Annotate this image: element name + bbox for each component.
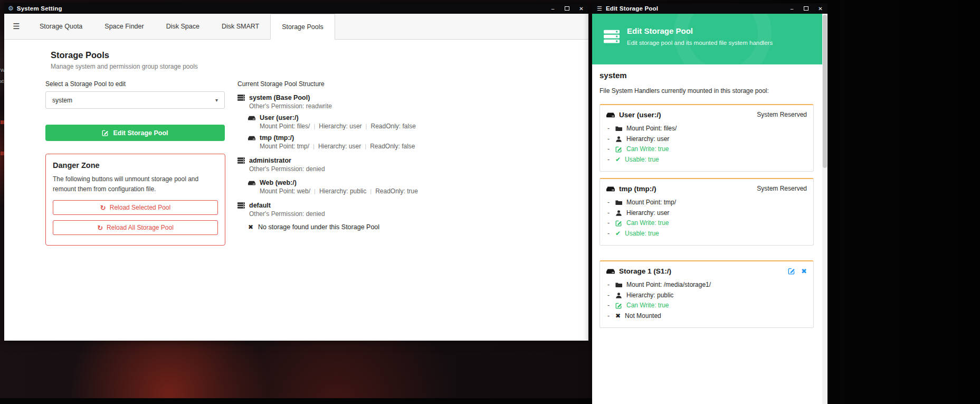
chevron-down-icon: ▾ — [215, 97, 218, 103]
edit-pencil-icon — [615, 220, 622, 227]
dash: - — [607, 134, 611, 145]
folder-icon — [615, 125, 622, 132]
edit-pencil-icon — [615, 146, 622, 153]
minimize-button[interactable]: – — [785, 3, 799, 14]
minimize-button[interactable]: – — [546, 3, 560, 14]
page-subtitle: Manage system and permission group stora… — [51, 63, 198, 70]
pool-name: default — [249, 202, 271, 209]
row-text: Mount Point: files/ — [626, 124, 677, 134]
reload-selected-pool-button[interactable]: ↻ Reload Selected Pool — [53, 200, 218, 215]
system-reserved-badge: System Reserved — [757, 185, 807, 192]
separator: | — [313, 143, 315, 149]
storage-hierarchy: Hierarchy: user — [318, 143, 361, 150]
check-icon: ✔ — [615, 156, 621, 163]
storage-pool-icon — [604, 29, 620, 44]
hdd-icon — [248, 179, 255, 186]
tab-disk-space[interactable]: Disk Space — [155, 14, 211, 39]
folder-icon — [615, 281, 622, 288]
separator: | — [314, 188, 316, 194]
tab-storage-pools[interactable]: Storage Pools — [270, 14, 335, 40]
handler-row: - Hierarchy: user — [606, 208, 807, 219]
dash: - — [607, 290, 611, 301]
pool-select-dropdown[interactable]: system ▾ — [45, 91, 225, 109]
window-title: Edit Storage Pool — [606, 5, 658, 12]
scrollbar[interactable] — [822, 14, 827, 404]
page-title: Storage Pools — [51, 50, 109, 60]
tab-bar: ☰ Storage Quota Space Finder Disk Space … — [4, 14, 588, 40]
desktop-icon-label-fragment: xt — [0, 79, 4, 84]
tab-disk-smart[interactable]: Disk SMART — [211, 14, 270, 39]
hamburger-icon: ☰ — [597, 6, 602, 12]
handler-row: - Can Write: true — [606, 300, 807, 311]
system-setting-window: ⚙ System Setting – ✕ ☰ Storage Quota Spa… — [4, 3, 588, 341]
hdd-icon — [606, 110, 615, 119]
taskbar[interactable] — [0, 398, 592, 404]
server-icon — [237, 94, 245, 101]
pool-permission: Other's Permission: readwrite — [249, 102, 418, 110]
edit-handler-icon[interactable] — [788, 267, 795, 275]
storage-hierarchy: Hierarchy: public — [319, 187, 366, 195]
tab-space-finder[interactable]: Space Finder — [93, 14, 155, 39]
remove-handler-icon[interactable]: ✖ — [801, 267, 807, 275]
dash: - — [607, 280, 611, 290]
edit-pencil-icon — [102, 129, 109, 136]
edit-storage-pool-button[interactable]: Edit Storage Pool — [45, 125, 225, 141]
danger-zone-text: The following buttons will unmount stora… — [53, 174, 212, 194]
pool-name: administrator — [249, 157, 291, 164]
hdd-icon — [248, 134, 255, 142]
server-icon — [237, 202, 245, 209]
maximize-button[interactable] — [799, 3, 813, 14]
person-icon — [615, 136, 622, 143]
titlebar[interactable]: ⚙ System Setting – ✕ — [4, 3, 588, 14]
handler-row: - Mount Point: tmp/ — [606, 198, 807, 208]
server-icon — [237, 157, 245, 164]
danger-zone-card: Danger Zone The following buttons will u… — [45, 154, 225, 246]
close-button[interactable]: ✕ — [813, 3, 827, 14]
storage-mount: Mount Point: files/ — [260, 123, 310, 130]
row-text: Usable: true — [625, 229, 659, 239]
titlebar[interactable]: ☰ Edit Storage Pool – ✕ — [592, 3, 827, 14]
hdd-icon — [248, 114, 255, 121]
edit-pool-body: system File System Handlers currently mo… — [592, 64, 822, 404]
storage-readonly: ReadOnly: true — [375, 187, 418, 195]
dash: - — [607, 300, 611, 311]
pool-item-system: system (Base Pool) Other's Permission: r… — [237, 94, 418, 150]
scrollbar-thumb[interactable] — [823, 15, 827, 168]
row-text: Mount Point: tmp/ — [626, 198, 676, 208]
maximize-button[interactable] — [560, 3, 574, 14]
separator: | — [365, 143, 366, 149]
hamburger-menu-button[interactable]: ☰ — [4, 14, 28, 39]
edit-storage-pool-label: Edit Storage Pool — [113, 129, 168, 137]
person-icon — [615, 210, 622, 217]
handler-title: Storage 1 (S1:/) — [619, 267, 671, 275]
desktop-icon-fragment — [1, 152, 4, 155]
structure-title: Current Storage Pool Structure — [237, 80, 325, 88]
dash: - — [607, 155, 611, 165]
maximize-icon — [804, 6, 808, 11]
handlers-description: File System Handlers currently mounted i… — [600, 87, 814, 95]
pool-permission: Other's Permission: denied — [249, 165, 418, 173]
desktop-icon-fragment — [1, 120, 4, 124]
dash: - — [607, 124, 611, 134]
tab-storage-quota[interactable]: Storage Quota — [28, 14, 93, 39]
storage-readonly: ReadOnly: false — [370, 143, 415, 150]
dash: - — [607, 218, 611, 229]
edit-pencil-icon — [615, 302, 622, 309]
hdd-icon — [606, 267, 615, 275]
pool-permission: Other's Permission: denied — [249, 210, 418, 218]
separator: | — [366, 123, 367, 129]
row-text: Hierarchy: user — [626, 208, 669, 219]
row-text: Mount Point: /media/storage1/ — [626, 280, 711, 290]
check-icon: ✔ — [615, 230, 621, 237]
row-text: Hierarchy: public — [626, 290, 673, 301]
reload-all-pool-button[interactable]: ↻ Reload All Storage Pool — [53, 220, 218, 235]
row-text: Can Write: true — [626, 144, 669, 155]
header-subtitle: Edit storage pool and its mounted file s… — [627, 40, 773, 46]
separator: | — [370, 188, 372, 194]
close-button[interactable]: ✕ — [574, 3, 588, 14]
row-text: Usable: true — [625, 155, 659, 165]
handler-row: - Hierarchy: user — [606, 134, 807, 145]
fs-handler-card-user: User (user:/) System Reserved - Mount Po… — [600, 104, 814, 172]
cross-icon: ✖ — [615, 313, 621, 319]
storage-name: User (user:/) — [260, 114, 299, 121]
